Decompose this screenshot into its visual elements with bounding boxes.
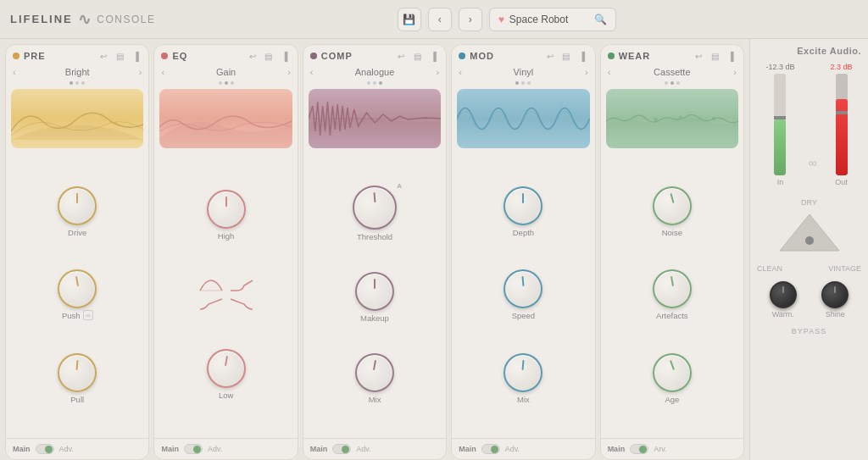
wear-artefacts-label: Artefacts (656, 311, 688, 320)
eq-shelf-right-button[interactable] (229, 279, 254, 292)
eq-high-knob[interactable] (207, 190, 246, 229)
pre-toggle[interactable] (36, 444, 54, 454)
shine-knob-group: Shine (821, 281, 849, 319)
svg-point-2 (679, 116, 682, 119)
mod-main-tab[interactable]: Main (459, 445, 476, 453)
comp-threshold-knob[interactable] (353, 186, 397, 230)
out-meter-handle[interactable] (836, 111, 848, 114)
comp-footer: Main Adv. (303, 438, 446, 459)
comp-main-tab[interactable]: Main (310, 445, 328, 453)
meters-section: -12.3 dB In ∞ 2.3 dB Out (757, 63, 861, 186)
mod-undo-icon[interactable]: ↩ (544, 50, 556, 62)
comp-settings-icon[interactable]: ▤ (411, 50, 423, 62)
comp-prev-arrow[interactable]: ‹ (309, 67, 315, 77)
meter-link-icon[interactable]: ∞ (809, 156, 817, 169)
out-db-value: 2.3 dB (830, 63, 852, 71)
pre-pull-knob-group: Pull (58, 353, 97, 404)
warm-knob-indicator (782, 286, 784, 293)
eq-meter-icon[interactable]: ▐ (279, 50, 291, 62)
preset-name: Space Robot (509, 14, 568, 25)
eq-adv-tab[interactable]: Adv. (208, 445, 222, 453)
pre-adv-tab[interactable]: Adv. (59, 445, 74, 453)
pre-waveform (11, 89, 143, 148)
mod-settings-icon[interactable]: ▤ (560, 50, 572, 62)
wear-active-dot (608, 53, 615, 59)
comp-next-arrow[interactable]: › (435, 67, 442, 77)
mod-preset-nav: ‹ Vinyl › (452, 65, 594, 79)
pre-pull-knob[interactable] (58, 353, 97, 392)
comp-makeup-knob[interactable] (355, 272, 394, 311)
next-preset-button[interactable]: › (459, 8, 482, 31)
comp-adv-tab[interactable]: Adv. (356, 445, 370, 453)
dry-triangle-icon (776, 210, 843, 252)
pre-main-tab[interactable]: Main (13, 445, 31, 453)
shine-knob[interactable] (821, 281, 849, 308)
comp-meter-icon[interactable]: ▐ (427, 50, 439, 62)
eq-next-arrow[interactable]: › (286, 67, 292, 77)
pre-prev-arrow[interactable]: ‹ (11, 67, 18, 77)
svg-marker-4 (780, 214, 839, 251)
comp-name: COMP (321, 51, 391, 61)
bypass-button[interactable]: BYPASS (757, 327, 861, 335)
in-meter-fill (774, 119, 786, 175)
plugin-area: PRE ↩ ▤ ▐ ‹ Bright › (0, 39, 749, 460)
pre-pull-label: Pull (70, 395, 84, 404)
out-meter-group: 2.3 dB Out (830, 63, 852, 186)
mod-speed-knob[interactable] (504, 269, 542, 308)
wear-artefacts-knob[interactable] (653, 269, 692, 308)
pre-preset-nav: ‹ Bright › (6, 65, 148, 79)
mod-adv-tab[interactable]: Adv. (505, 445, 520, 453)
mod-header: MOD ↩ ▤ ▐ (452, 45, 594, 65)
pre-drive-knob[interactable] (58, 186, 97, 225)
warm-knob[interactable] (770, 281, 797, 308)
wear-next-arrow[interactable]: › (732, 67, 738, 77)
logo-wave-icon: ∿ (78, 10, 92, 29)
warm-knob-label: Warm. (772, 310, 794, 319)
preset-selector[interactable]: ♥ Space Robot 🔍 (489, 8, 616, 31)
eq-settings-icon[interactable]: ▤ (263, 50, 275, 62)
save-button[interactable]: 💾 (398, 8, 421, 31)
eq-low-knob[interactable] (207, 349, 246, 388)
pre-next-arrow[interactable]: › (137, 67, 144, 77)
pre-settings-icon[interactable]: ▤ (114, 50, 125, 62)
wear-noise-knob[interactable] (653, 186, 692, 225)
comp-toggle[interactable] (332, 444, 351, 454)
pre-push-knob[interactable] (58, 269, 97, 308)
top-bar: LIFELINE ∿ console 💾 ‹ › ♥ Space Robot 🔍 (0, 0, 868, 39)
mod-toggle[interactable] (481, 444, 500, 454)
comp-waveform (309, 89, 441, 148)
mod-depth-knob[interactable] (504, 186, 542, 225)
eq-prev-arrow[interactable]: ‹ (159, 67, 166, 77)
comp-mix-knob[interactable] (355, 353, 394, 392)
wear-meter-icon[interactable]: ▐ (725, 50, 737, 62)
wear-waveform (606, 89, 738, 148)
in-meter-handle[interactable] (774, 116, 786, 119)
wear-main-tab[interactable]: Main (608, 445, 626, 453)
eq-main-tab[interactable]: Main (161, 445, 179, 453)
wear-adv-tab[interactable]: Arv. (654, 445, 666, 453)
wear-footer: Main Arv. (601, 438, 743, 459)
mod-name: MOD (470, 51, 539, 61)
comp-threshold-knob-group: A Threshold (353, 186, 397, 241)
eq-undo-icon[interactable]: ↩ (247, 50, 259, 62)
mod-mix-knob[interactable] (504, 353, 542, 392)
eq-peak-left-button[interactable] (198, 279, 224, 292)
search-icon[interactable]: 🔍 (594, 14, 607, 25)
pre-meter-icon[interactable]: ▐ (130, 50, 142, 62)
wear-age-knob-group: Age (653, 353, 692, 404)
wear-settings-icon[interactable]: ▤ (709, 50, 721, 62)
pre-undo-icon[interactable]: ↩ (97, 50, 109, 62)
eq-lowpass-button[interactable] (229, 297, 254, 311)
wear-toggle[interactable] (630, 444, 648, 454)
prev-preset-button[interactable]: ‹ (428, 8, 452, 31)
mod-prev-arrow[interactable]: ‹ (457, 67, 464, 77)
eq-toggle[interactable] (184, 444, 203, 454)
mod-meter-icon[interactable]: ▐ (576, 50, 588, 62)
wear-age-knob[interactable] (653, 353, 692, 392)
svg-point-3 (712, 117, 715, 120)
wear-prev-arrow[interactable]: ‹ (606, 67, 613, 77)
mod-next-arrow[interactable]: › (583, 67, 590, 77)
comp-undo-icon[interactable]: ↩ (395, 50, 407, 62)
wear-undo-icon[interactable]: ↩ (693, 50, 704, 62)
eq-highpass-button[interactable] (198, 297, 224, 311)
